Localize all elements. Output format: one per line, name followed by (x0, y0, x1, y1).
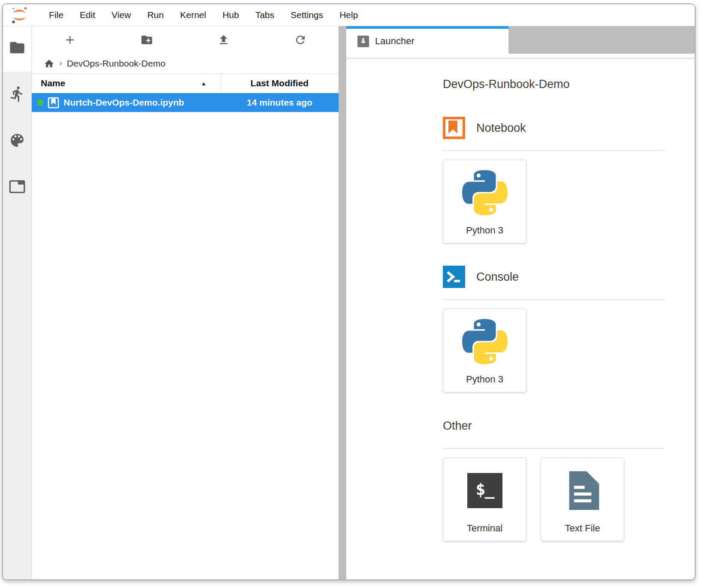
card-label: Python 3 (466, 374, 503, 385)
launcher-card-text-file[interactable]: Text File (541, 458, 624, 541)
file-row-selected[interactable]: Nurtch-DevOps-Demo.ipynb 14 minutes ago (32, 93, 339, 112)
menu-settings[interactable]: Settings (282, 10, 331, 20)
column-header-name[interactable]: Name ▲ (32, 74, 221, 93)
launcher-card-console-python3[interactable]: Python 3 (443, 309, 526, 392)
file-name: Nurtch-DevOps-Demo.ipynb (64, 97, 184, 108)
panel-splitter-handle[interactable] (339, 26, 346, 579)
launcher-card-notebook-python3[interactable]: Python 3 (443, 160, 526, 243)
text-file-icon (541, 458, 624, 523)
tab-launcher[interactable]: Launcher (346, 26, 508, 54)
breadcrumb-current-folder[interactable]: DevOps-Runbook-Demo (67, 58, 166, 69)
refresh-icon[interactable] (262, 26, 339, 54)
column-name-label: Name (41, 78, 65, 88)
file-browser-panel: › DevOps-Runbook-Demo Name ▲ Last Modifi… (32, 26, 339, 579)
section-label-console: Console (476, 270, 519, 284)
file-browser-toolbar (32, 26, 339, 54)
card-label: Text File (565, 523, 600, 534)
dock-tab-bar: Launcher (346, 26, 695, 54)
jupyterlab-window: File Edit View Run Kernel Hub Tabs Setti… (2, 3, 696, 580)
python-icon (443, 160, 526, 225)
section-label-other: Other (443, 419, 472, 433)
new-launcher-plus-icon[interactable] (32, 26, 109, 54)
tab-launcher-label: Launcher (375, 36, 415, 47)
file-row-name-cell: Nurtch-DevOps-Demo.ipynb (32, 97, 221, 109)
notebook-file-icon (48, 97, 59, 109)
section-divider (443, 299, 665, 300)
menu-view[interactable]: View (103, 10, 139, 20)
console-icon (443, 266, 465, 288)
card-label: Python 3 (466, 225, 503, 236)
tabs-icon[interactable] (9, 178, 26, 195)
card-label: Terminal (467, 523, 502, 534)
terminal-icon: $_ (467, 473, 502, 508)
menu-hub[interactable]: Hub (214, 10, 247, 20)
upload-icon[interactable] (185, 26, 262, 54)
launcher-card-terminal[interactable]: $_ Terminal (443, 458, 526, 541)
launcher-section-console: Console Python 3 (443, 266, 665, 392)
menu-help[interactable]: Help (331, 10, 366, 20)
breadcrumb: › DevOps-Runbook-Demo (32, 54, 339, 73)
kernel-running-dot-icon (37, 100, 43, 106)
running-man-icon[interactable] (9, 85, 26, 103)
file-list-header: Name ▲ Last Modified (32, 73, 339, 93)
home-icon[interactable] (44, 58, 54, 69)
menu-tabs[interactable]: Tabs (247, 10, 282, 20)
launcher-icon (357, 36, 369, 47)
menu-file[interactable]: File (41, 10, 72, 20)
jupyter-logo-icon (10, 6, 29, 24)
notebook-icon (443, 117, 465, 139)
menu-edit[interactable]: Edit (72, 10, 103, 20)
column-header-last-modified[interactable]: Last Modified (221, 74, 339, 93)
section-label-notebook: Notebook (476, 121, 526, 135)
launcher-section-other: Other $_ Terminal (443, 415, 665, 541)
python-icon (443, 309, 526, 374)
main-dock-panel: Launcher DevOps-Runbook-Demo (346, 26, 695, 579)
launcher-section-notebook: Notebook Python 3 (443, 117, 665, 243)
menu-run[interactable]: Run (139, 10, 172, 20)
section-divider (443, 150, 665, 151)
column-modified-label: Last Modified (251, 78, 309, 88)
menu-kernel[interactable]: Kernel (172, 10, 215, 20)
file-last-modified: 14 minutes ago (221, 97, 339, 108)
new-folder-icon[interactable] (109, 26, 185, 54)
menu-bar: File Edit View Run Kernel Hub Tabs Setti… (3, 4, 695, 26)
launcher-cwd-title: DevOps-Runbook-Demo (443, 78, 665, 91)
launcher-body: DevOps-Runbook-Demo Notebook (346, 59, 695, 579)
breadcrumb-separator: › (58, 58, 63, 69)
sort-ascending-icon: ▲ (201, 80, 220, 87)
tab-bar-content-border (346, 54, 695, 59)
left-activity-sidebar (3, 26, 32, 579)
section-divider (443, 448, 665, 449)
folder-icon[interactable] (9, 39, 26, 56)
palette-icon[interactable] (9, 132, 26, 149)
